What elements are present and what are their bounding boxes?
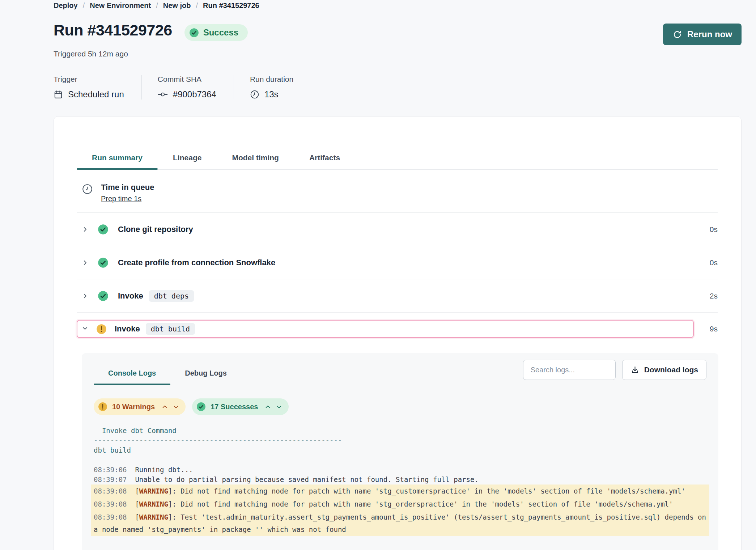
log-lines: Invoke dbt Command----------------------… [94,426,706,536]
successes-badge-label: 17 Successes [211,403,258,411]
prep-time-link[interactable]: Prep time 1s [101,195,141,203]
breadcrumb-separator: / [156,1,158,10]
header: Run #341529726 Success Rerun now [54,21,742,45]
page: Deploy / New Environment / New job / Run… [0,0,756,550]
download-icon [630,365,640,375]
meta-commit-label: Commit SHA [158,75,216,84]
log-line-warning: 08:39:08 [WARNING]: Did not find matchin… [91,485,709,498]
clock-icon [250,90,259,99]
step-duration: 0s [710,225,718,234]
refresh-icon [672,30,682,39]
tab-console-logs[interactable]: Console Logs [94,360,170,385]
rerun-now-label: Rerun now [687,29,732,39]
run-tabs: Run summary Lineage Model timing Artifac… [77,148,718,170]
log-tabs: Console Logs Debug Logs [94,360,241,385]
log-controls: Download logs [523,360,706,386]
successes-prev-chevron-up-icon[interactable] [265,404,271,410]
time-in-queue-section: Time in queue Prep time 1s [77,183,718,213]
search-logs-input[interactable] [523,360,616,380]
logs-header: Console Logs Debug Logs Download logs [94,360,706,386]
rerun-now-button[interactable]: Rerun now [663,24,742,45]
successes-next-chevron-down-icon[interactable] [276,404,282,410]
meta-trigger: Trigger Scheduled run [54,75,141,100]
meta-trigger-label: Trigger [54,75,124,84]
step-invoke-dbt-deps[interactable]: Invoke dbt deps 2s [77,279,718,313]
download-logs-label: Download logs [644,365,698,374]
log-warning-tag: WARNING [139,513,168,521]
tab-lineage[interactable]: Lineage [158,148,217,169]
meta-commit-value: #900b7364 [173,89,216,100]
warnings-next-chevron-down-icon[interactable] [173,404,179,410]
log-line-info: 08:39:07 Unable to do partial parsing be… [94,475,706,485]
meta-duration: Run duration 13s [234,75,311,100]
step-create-profile[interactable]: Create profile from connection Snowflake… [77,246,718,279]
log-line-command: dbt build [94,445,706,455]
status-badge: Success [184,24,248,41]
step-title: Clone git repository [118,225,193,234]
warnings-prev-chevron-up-icon[interactable] [162,404,168,410]
log-timestamp: 08:39:08 [94,500,127,508]
time-in-queue-title: Time in queue [101,183,154,192]
log-warning-tag: WARNING [139,500,168,508]
log-filter-badges: 10 Warnings 17 Successes [94,398,706,415]
breadcrumb-current-run: Run #341529726 [203,1,259,10]
meta-commit: Commit SHA #900b7364 [141,75,234,100]
breadcrumb-deploy[interactable]: Deploy [54,1,78,10]
step-title: Create profile from connection Snowflake [118,258,275,267]
chevron-right-icon[interactable] [82,259,88,266]
download-logs-button[interactable]: Download logs [622,360,706,380]
warning-circle-icon [96,324,107,334]
step-title: Invoke [118,291,143,301]
step-duration: 0s [710,258,718,267]
run-meta: Trigger Scheduled run Commit SHA #900b73… [54,75,742,100]
log-line-warning: 08:39:08 [WARNING]: Did not find matchin… [91,498,709,511]
check-circle-icon [98,257,109,268]
warnings-badge: 10 Warnings [94,398,186,415]
tab-debug-logs[interactable]: Debug Logs [170,360,241,385]
breadcrumb-separator: / [196,1,198,10]
log-timestamp: 08:39:08 [94,487,127,495]
check-circle-icon [98,224,109,235]
log-timestamp: 08:39:07 [94,475,127,483]
check-circle-icon [189,28,199,38]
breadcrumb-separator: / [83,1,85,10]
step-invoke-dbt-build-header[interactable]: Invoke dbt build [77,320,694,338]
log-line-info: 08:39:06 Running dbt... [94,465,706,475]
clock-icon [82,183,93,203]
status-badge-label: Success [203,28,238,38]
step-clone-git-repository[interactable]: Clone git repository 0s [77,213,718,246]
tab-run-summary[interactable]: Run summary [77,148,158,169]
logs-panel: Console Logs Debug Logs Download logs [82,353,718,550]
step-title: Invoke [115,324,140,334]
step-duration: 9s [694,325,718,333]
tab-model-timing[interactable]: Model timing [217,148,294,169]
log-timestamp: 08:39:08 [94,513,127,521]
breadcrumb-new-job[interactable]: New job [163,1,191,10]
log-line-warning: 08:39:08 [WARNING]: Test 'test.admin_mat… [91,511,709,536]
log-timestamp: 08:39:06 [94,466,127,474]
log-warning-tag: WARNING [139,487,168,495]
step-command-chip: dbt build [146,323,195,335]
log-line-command: ----------------------------------------… [94,436,706,445]
log-line-command: Invoke dbt Command [94,426,706,436]
successes-badge: 17 Successes [192,398,289,415]
run-summary-card: Run summary Lineage Model timing Artifac… [54,116,742,550]
breadcrumb-new-environment[interactable]: New Environment [90,1,151,10]
tab-artifacts[interactable]: Artifacts [294,148,355,169]
warnings-badge-label: 10 Warnings [112,403,155,411]
chevron-right-icon[interactable] [82,293,88,299]
commit-icon [158,89,168,100]
step-command-chip: dbt deps [149,290,194,302]
breadcrumb: Deploy / New Environment / New job / Run… [54,0,742,10]
warning-circle-icon [98,402,107,411]
step-invoke-dbt-build: Invoke dbt build 9s [77,320,718,338]
page-title: Run #341529726 [54,21,172,39]
step-duration: 2s [710,292,718,300]
triggered-timestamp: Triggered 5h 12m ago [54,50,742,58]
meta-duration-label: Run duration [250,75,293,84]
chevron-down-icon[interactable] [82,325,88,333]
check-circle-icon [98,291,109,301]
log-line-blank [94,455,706,465]
chevron-right-icon[interactable] [82,226,88,233]
check-circle-icon [196,402,206,411]
